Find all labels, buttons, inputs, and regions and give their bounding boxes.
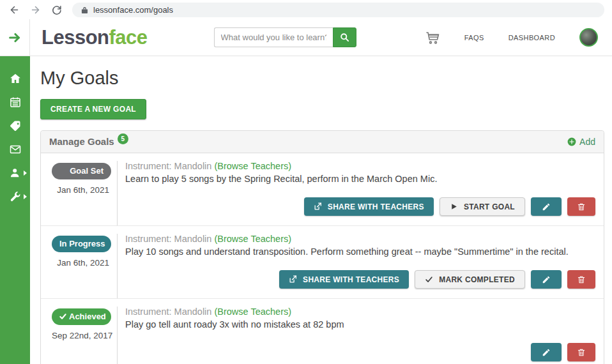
mail-icon (9, 143, 22, 156)
goal-date: Jan 6th, 2021 (52, 185, 111, 195)
status-badge: Achieved (52, 308, 111, 325)
delete-goal-button[interactable] (567, 343, 595, 361)
goal-instrument-line: Instrument: Mandolin (Browse Teachers) (125, 234, 595, 244)
arrow-right-icon (8, 31, 22, 45)
goal-body: Instrument: Mandolin (Browse Teachers) P… (118, 234, 595, 298)
goal-instrument-line: Instrument: Mandolin (Browse Teachers) (125, 307, 595, 317)
plus-circle-icon (567, 137, 576, 146)
trash-icon (577, 348, 586, 357)
logo-text-lesson: Lesson (42, 26, 109, 49)
share-icon (289, 275, 297, 284)
tag-icon (9, 119, 22, 132)
goal-row: Achieved Sep 22nd, 2017 Instrument: Mand… (41, 299, 604, 364)
instrument-label: Instrument: Mandolin (125, 161, 211, 171)
forward-icon[interactable] (30, 4, 41, 15)
main-content: My Goals CREATE A NEW GOAL Manage Goals … (30, 56, 612, 364)
instrument-label: Instrument: Mandolin (125, 234, 211, 244)
goal-date: Sep 22nd, 2017 (52, 331, 111, 340)
check-icon (59, 313, 66, 320)
search-input[interactable] (214, 27, 333, 47)
add-goal-link[interactable]: Add (567, 137, 595, 147)
sidebar-toggle-button[interactable] (0, 19, 30, 56)
avatar[interactable] (579, 28, 598, 47)
tools-icon (9, 190, 22, 203)
lock-icon (81, 6, 88, 14)
search-icon (340, 33, 349, 42)
lessonface-logo[interactable]: Lessonface (42, 26, 148, 49)
goal-status-column: In Progress Jan 6th, 2021 (52, 234, 118, 298)
browse-teachers-link[interactable]: (Browse Teachers) (214, 307, 291, 317)
delete-goal-button[interactable] (567, 270, 595, 289)
logo-text-face: face (109, 26, 148, 49)
play-icon (450, 202, 458, 211)
goal-row: In Progress Jan 6th, 2021 Instrument: Ma… (41, 226, 604, 299)
goal-status-column: Achieved Sep 22nd, 2017 (52, 307, 118, 364)
trash-icon (577, 202, 586, 211)
browse-teachers-link[interactable]: (Browse Teachers) (214, 161, 291, 171)
status-badge: Goal Set (52, 163, 111, 179)
sidebar-item-home[interactable] (0, 66, 30, 90)
nav-dashboard[interactable]: DASHBOARD (509, 34, 555, 42)
goal-body: Instrument: Mandolin (Browse Teachers) P… (118, 307, 595, 364)
check-icon (425, 275, 433, 284)
sidebar-item-tools[interactable] (0, 185, 30, 208)
goal-description: Play 10 songs and understand transpositi… (125, 246, 595, 257)
browse-teachers-link[interactable]: (Browse Teachers) (214, 234, 291, 244)
goal-description: Play go tell aunt roady 3x with no mista… (125, 319, 595, 330)
share-with-teachers-button[interactable]: SHARE WITH TEACHERS (279, 270, 409, 289)
goal-count-badge: 5 (118, 133, 128, 144)
status-badge: In Progress (52, 236, 111, 252)
instrument-label: Instrument: Mandolin (125, 307, 211, 317)
calendar-icon (9, 96, 22, 109)
share-icon (314, 202, 322, 211)
back-icon[interactable] (9, 4, 20, 15)
delete-goal-button[interactable] (567, 197, 595, 216)
goal-status-column: Goal Set Jan 6th, 2021 (52, 161, 118, 225)
goal-actions: SHARE WITH TEACHERS MARK COMPLETED (125, 270, 595, 289)
goal-instrument-line: Instrument: Mandolin (Browse Teachers) (125, 161, 595, 171)
share-label: SHARE WITH TEACHERS (328, 202, 424, 211)
sidebar-item-tags[interactable] (0, 114, 30, 137)
home-icon (9, 72, 22, 85)
start-goal-label: START GOAL (464, 202, 515, 211)
goal-actions (125, 343, 595, 361)
trash-icon (577, 275, 586, 284)
goal-body: Instrument: Mandolin (Browse Teachers) L… (118, 161, 595, 225)
create-new-goal-button[interactable]: CREATE A NEW GOAL (40, 99, 146, 119)
start-goal-button[interactable]: START GOAL (440, 197, 525, 216)
address-bar[interactable]: lessonface.com/goals (72, 3, 604, 17)
chevron-right-icon (24, 194, 27, 199)
pencil-icon (542, 202, 551, 211)
search-bar (214, 27, 356, 47)
account-icon (9, 167, 22, 179)
mark-completed-button[interactable]: MARK COMPLETED (415, 270, 525, 289)
header-right: FAQS DASHBOARD (425, 28, 598, 47)
browser-toolbar: lessonface.com/goals (0, 0, 612, 19)
status-label: Achieved (69, 312, 106, 321)
add-goal-label: Add (579, 137, 595, 147)
sidebar-item-account[interactable] (0, 161, 30, 185)
edit-goal-button[interactable] (531, 343, 562, 361)
pencil-icon (542, 275, 551, 284)
edit-goal-button[interactable] (531, 197, 562, 216)
pencil-icon (542, 348, 551, 357)
panel-title: Manage Goals (49, 136, 114, 147)
chevron-right-icon (24, 171, 27, 176)
goal-row: Goal Set Jan 6th, 2021 Instrument: Mando… (41, 153, 604, 226)
reload-icon[interactable] (51, 4, 62, 15)
share-with-teachers-button[interactable]: SHARE WITH TEACHERS (304, 197, 434, 216)
goal-actions: SHARE WITH TEACHERS START GOAL (125, 197, 595, 216)
sidebar (0, 56, 30, 364)
share-label: SHARE WITH TEACHERS (303, 275, 399, 284)
manage-goals-panel: Manage Goals 5 Add Goal Set Jan 6th, 202… (40, 130, 604, 364)
cart-icon[interactable] (425, 30, 440, 45)
goal-date: Jan 6th, 2021 (52, 258, 111, 268)
sidebar-item-messages[interactable] (0, 137, 30, 161)
mark-completed-label: MARK COMPLETED (439, 275, 515, 284)
nav-faqs[interactable]: FAQS (464, 34, 484, 42)
edit-goal-button[interactable] (531, 270, 562, 289)
panel-header: Manage Goals 5 Add (41, 131, 604, 153)
goal-description: Learn to play 5 songs by the Spring Reci… (125, 174, 595, 184)
sidebar-item-calendar[interactable] (0, 90, 30, 114)
search-button[interactable] (333, 27, 356, 47)
